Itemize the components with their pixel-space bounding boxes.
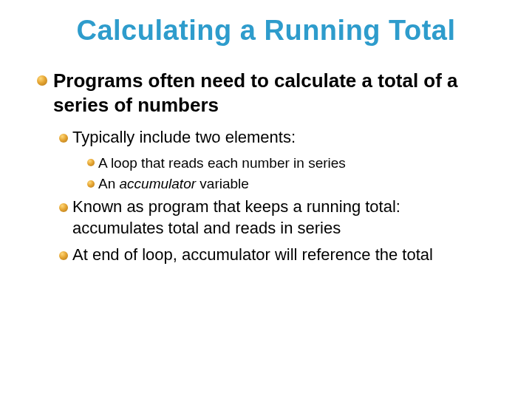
bullet-level2: Known as program that keeps a running to… — [59, 197, 495, 239]
bullet-text: A loop that reads each number in series — [98, 154, 495, 173]
text-post: variable — [196, 176, 249, 191]
bullet-text: Programs often need to calculate a total… — [53, 69, 495, 117]
text-italic: accumulator — [120, 176, 197, 191]
bullet-level1: Programs often need to calculate a total… — [37, 69, 495, 117]
bullet-icon — [87, 180, 95, 188]
bullet-icon — [59, 134, 68, 143]
bullet-icon — [87, 159, 95, 166]
bullet-text: Typically include two elements: — [72, 127, 495, 149]
bullet-level2: At end of loop, accumulator will referen… — [59, 245, 495, 266]
bullet-text: At end of loop, accumulator will referen… — [72, 245, 495, 266]
slide-title: Calculating a Running Total — [37, 15, 495, 47]
bullet-text: An accumulator variable — [98, 175, 495, 194]
bullet-icon — [59, 203, 68, 212]
bullet-level3: A loop that reads each number in series — [87, 154, 495, 173]
slide-container: Calculating a Running Total Programs oft… — [0, 0, 532, 399]
bullet-level3: An accumulator variable — [87, 175, 495, 194]
bullet-icon — [37, 75, 47, 86]
bullet-text: Known as program that keeps a running to… — [72, 197, 495, 239]
text-pre: An — [98, 176, 120, 191]
bullet-level2: Typically include two elements: — [59, 127, 495, 149]
bullet-icon — [59, 251, 68, 260]
